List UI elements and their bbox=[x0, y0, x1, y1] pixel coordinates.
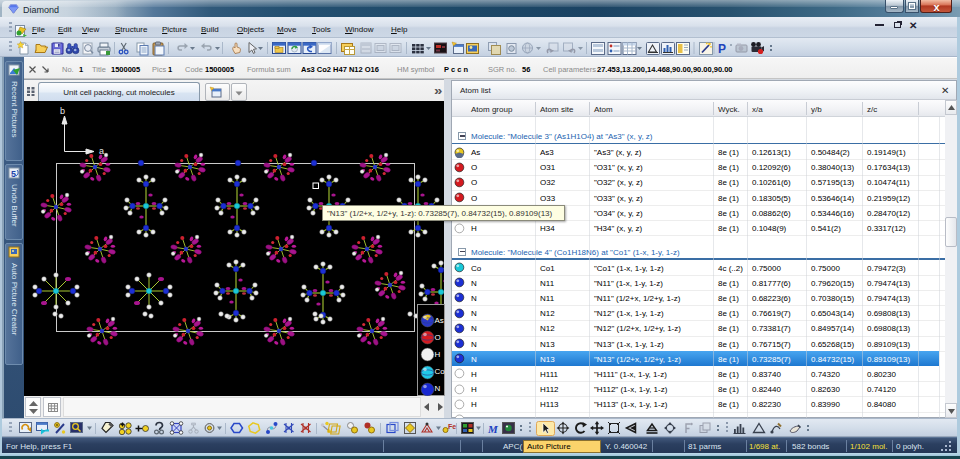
svg-text:M: M bbox=[487, 423, 499, 435]
svg-text:a: a bbox=[99, 146, 104, 156]
svg-text:5: 5 bbox=[11, 169, 16, 179]
svg-text:b: b bbox=[60, 106, 65, 116]
svg-text:P: P bbox=[718, 42, 726, 56]
svg-text:Fe: Fe bbox=[448, 423, 456, 430]
